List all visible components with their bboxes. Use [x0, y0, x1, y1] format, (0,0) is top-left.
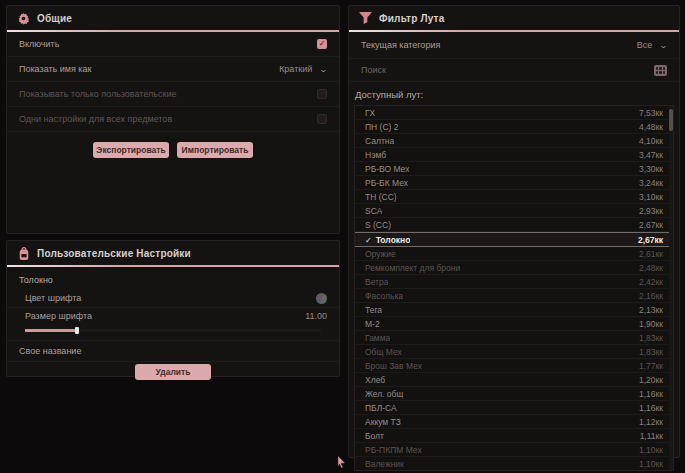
loot-item-value: 1,83кк [639, 333, 663, 343]
loot-item-value: 2,48кк [639, 263, 663, 273]
category-dropdown[interactable]: Все ⌄ [637, 40, 667, 50]
loot-row[interactable]: Нэмб3,47кк [355, 148, 673, 162]
loot-item-name: Гамма [365, 333, 390, 343]
loot-item-name: ПН (С) 2 [365, 122, 399, 132]
loot-row[interactable]: Болт1,11кк [355, 429, 673, 443]
font-size-value: 11.00 [305, 311, 327, 321]
loot-item-name: Аккум ТЗ [365, 417, 401, 427]
loot-item-name: Фасолька [365, 291, 403, 301]
loot-row[interactable]: Общ Мех1,83кк [355, 345, 673, 359]
loot-row[interactable]: РБ-ПКПМ Мех1,10кк [355, 443, 673, 457]
available-loot-label: Доступный лут: [349, 82, 679, 105]
custom-name-row[interactable]: Свое название [7, 340, 339, 362]
loot-row[interactable]: ТН (СС)3,10кк [355, 190, 673, 204]
loot-item-name: SCA [365, 206, 382, 216]
color-picker-icon[interactable] [316, 293, 327, 304]
delete-button[interactable]: Удалить [135, 364, 211, 380]
loot-row[interactable]: Брош Зав Мех1,77кк [355, 359, 673, 373]
loot-item-value: 1,77кк [639, 361, 663, 371]
loot-row[interactable]: Хлеб1,20кк [355, 373, 673, 387]
loot-item-name: РБ-ВО Мех [365, 164, 409, 174]
mouse-cursor [337, 456, 346, 468]
loot-row[interactable]: РБ-ВО Мех3,30кк [355, 162, 673, 176]
loot-row[interactable]: Ветра2,42кк [355, 275, 673, 289]
chevron-down-icon: ⌄ [319, 65, 328, 74]
loot-row[interactable]: Тега2,13кк [355, 303, 673, 317]
general-panel-title: Общие [37, 13, 72, 24]
loot-row[interactable]: S (СС)2,67кк [355, 218, 673, 232]
loot-filter-title: Фильтр Лута [379, 13, 444, 24]
same-settings-checkbox[interactable] [317, 114, 327, 124]
enable-checkbox[interactable]: ✓ [317, 39, 327, 49]
loot-item-name: РБ-ПКПМ Мех [365, 445, 422, 455]
loot-item-value: 1,90кк [639, 319, 663, 329]
loot-row[interactable]: SCA2,93кк [355, 204, 673, 218]
loot-row[interactable]: Ремкомплект для брони2,48кк [355, 261, 673, 275]
loot-row[interactable]: ПН (С) 24,48кк [355, 120, 673, 134]
show-name-label: Показать имя как [19, 64, 91, 74]
loot-row[interactable]: Салтна4,10кк [355, 134, 673, 148]
loot-item-name: Жел. общ [365, 389, 403, 399]
font-size-label: Размер шрифта [25, 311, 92, 321]
loot-item-value: 1,10кк [639, 445, 663, 455]
enable-label: Включить [19, 39, 59, 49]
loot-item-value: 7,53кк [639, 108, 663, 118]
loot-item-name: Общ Мех [365, 347, 402, 357]
only-custom-checkbox[interactable] [317, 89, 327, 99]
loot-item-name: ГХ [365, 108, 375, 118]
font-size-row: Размер шрифта 11.00 [7, 308, 339, 324]
show-name-dropdown[interactable]: Краткий ⌄ [279, 64, 327, 74]
custom-settings-title: Пользовательские Настройки [37, 248, 191, 259]
loot-row[interactable]: Оружие2,61кк [355, 247, 673, 261]
loot-row[interactable]: Гамма1,83кк [355, 331, 673, 345]
loot-item-value: 2,93кк [639, 206, 663, 216]
loot-row[interactable]: РБ-БК Мех3,24кк [355, 176, 673, 190]
loot-item-name: Ремкомплект для брони [365, 263, 460, 273]
same-settings-label: Одни настройки для всех предметов [19, 114, 172, 124]
loot-item-value: 4,10кк [639, 136, 663, 146]
check-icon: ✓ [365, 236, 372, 245]
loot-item-value: 3,24кк [639, 178, 663, 188]
loot-list-scrollbar[interactable] [669, 106, 673, 470]
loot-item-name: Нэмб [365, 150, 386, 160]
loot-item-name: Тега [365, 305, 382, 315]
loot-item-name: Брош Зав Мех [365, 361, 422, 371]
loot-row[interactable]: М-21,90кк [355, 317, 673, 331]
font-size-slider[interactable] [25, 326, 321, 336]
loot-item-name: Оружие [365, 249, 396, 259]
loot-item-name: РБ-БК Мех [365, 178, 408, 188]
loot-item-value: 2,42кк [639, 277, 663, 287]
loot-item-value: 1,16кк [639, 403, 663, 413]
loot-row[interactable]: Аккум ТЗ1,12кк [355, 415, 673, 429]
loot-item-value: 1,83кк [639, 347, 663, 357]
loot-row[interactable]: Жел. общ1,16кк [355, 387, 673, 401]
custom-name-label: Свое название [19, 346, 81, 356]
loot-item-value: 1,11кк [640, 431, 663, 441]
loot-item-value: 2,13кк [639, 305, 663, 315]
loot-row[interactable]: ✓Толокно2,67кк [355, 232, 673, 247]
loot-row[interactable]: Фасолька2,16кк [355, 289, 673, 303]
loot-item-name: М-2 [365, 319, 380, 329]
slider-handle[interactable] [75, 327, 79, 334]
show-name-value: Краткий [279, 64, 312, 74]
search-input[interactable]: Поиск [361, 65, 386, 75]
loot-item-value: 2,16кк [639, 291, 663, 301]
enable-row: Включить ✓ [7, 32, 339, 57]
export-button[interactable]: Экспортировать [93, 142, 169, 158]
general-panel-header: Общие [7, 6, 339, 32]
loot-item-value: 1,16кк [639, 389, 663, 399]
scrollbar-thumb[interactable] [669, 109, 673, 131]
loot-item-name: Ветра [365, 277, 388, 287]
loot-item-value: 1,10кк [639, 459, 663, 469]
loot-item-name: Болт [365, 431, 384, 441]
loot-row[interactable]: ГХ7,53кк [355, 106, 673, 120]
slider-fill [25, 329, 77, 332]
loot-item-name: Салтна [365, 136, 394, 146]
loot-item-value: 3,10кк [639, 192, 663, 202]
loot-row[interactable]: Валежник1,10кк [355, 457, 673, 471]
chevron-down-icon: ⌄ [659, 41, 668, 50]
loot-row[interactable]: ПБЛ-СА1,16кк [355, 401, 673, 415]
keyboard-icon[interactable] [654, 65, 667, 76]
font-color-label: Цвет шрифта [25, 293, 81, 303]
import-button[interactable]: Импортировать [177, 142, 253, 158]
